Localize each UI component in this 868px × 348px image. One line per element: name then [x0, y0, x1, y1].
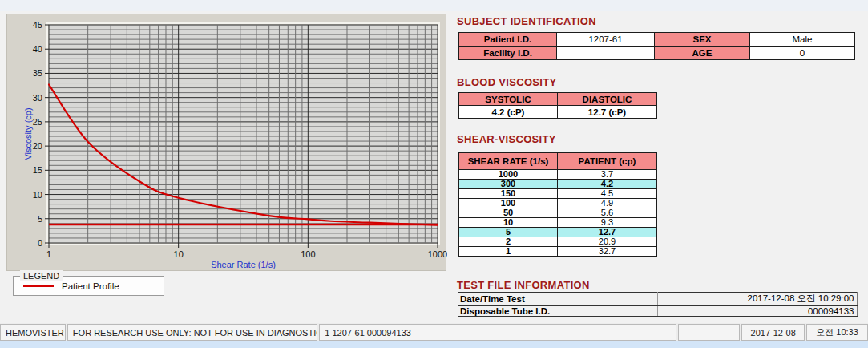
svg-text:0: 0	[38, 238, 42, 248]
svg-text:45: 45	[33, 20, 42, 30]
shear-viscosity-row: 505.6	[459, 208, 657, 218]
shear-rate-value: 150	[459, 189, 558, 199]
patient-viscosity-value: 32.7	[558, 247, 657, 257]
svg-text:35: 35	[33, 68, 42, 78]
status-test-identifiers: 1 1207-61 000094133	[319, 324, 676, 341]
shear-viscosity-row: 1004.9	[459, 199, 657, 208]
test-file-information-table: Date/Time Test 2017-12-08 오전 10:29:00 Di…	[458, 292, 858, 317]
disposable-tube-id-label: Disposable Tube I.D.	[458, 306, 657, 317]
table-row: Patient I.D. 1207-61 SEX Male	[459, 33, 855, 47]
svg-text:5: 5	[38, 214, 42, 224]
subject-identification-table: Patient I.D. 1207-61 SEX Male Facility I…	[458, 32, 855, 60]
patient-viscosity-value: 5.6	[558, 208, 657, 218]
svg-text:30: 30	[33, 93, 42, 103]
sex-value: Male	[750, 33, 855, 47]
shear-viscosity-table: SHEAR RATE (1/s) PATIENT (cp) 10003.7300…	[458, 152, 657, 257]
svg-text:10: 10	[33, 190, 42, 200]
svg-text:100: 100	[301, 249, 315, 259]
table-row: Date/Time Test 2017-12-08 오전 10:29:00	[458, 293, 857, 306]
svg-text:15: 15	[33, 165, 42, 175]
patient-viscosity-value: 20.9	[558, 237, 657, 247]
top-band	[0, 0, 868, 11]
table-row: SYSTOLIC DIASTOLIC	[459, 93, 657, 106]
shear-rate-value: 1	[459, 247, 558, 257]
facility-id-value	[557, 47, 655, 60]
systolic-value: 4.2 (cP)	[459, 106, 558, 119]
svg-text:25: 25	[33, 117, 42, 127]
shear-viscosity-row: 512.7	[459, 228, 657, 237]
age-label: AGE	[655, 47, 750, 60]
patient-viscosity-value: 4.5	[558, 189, 657, 199]
chart-legend: LEGEND Patient Profile	[13, 276, 164, 296]
bottom-strip	[0, 341, 868, 348]
svg-text:1: 1	[46, 249, 51, 259]
subject-identification-heading: SUBJECT IDENTIFICATION	[457, 15, 596, 27]
patient-id-value: 1207-61	[557, 33, 655, 47]
svg-text:Shear Rate (1/s): Shear Rate (1/s)	[211, 260, 276, 269]
status-app-name: HEMOVISTER	[0, 324, 66, 341]
diastolic-header: DIASTOLIC	[558, 93, 657, 106]
svg-text:40: 40	[33, 44, 42, 54]
patient-id-label: Patient I.D.	[459, 33, 557, 47]
status-bar: HEMOVISTER FOR RESEARCH USE ONLY: NOT FO…	[0, 323, 868, 341]
blood-viscosity-heading: BLOOD VISCOSITY	[457, 76, 556, 88]
patient-viscosity-value: 4.9	[558, 199, 657, 208]
svg-text:20: 20	[33, 141, 42, 151]
date-time-test-label: Date/Time Test	[458, 293, 657, 306]
patient-cp-header: PATIENT (cp)	[558, 153, 657, 170]
shear-rate-value: 10	[459, 218, 558, 228]
patient-viscosity-value: 4.2	[558, 180, 657, 189]
patient-viscosity-value: 12.7	[558, 228, 657, 237]
age-value: 0	[750, 47, 855, 60]
disposable-tube-id-value: 000094133	[657, 306, 857, 317]
shear-viscosity-heading: SHEAR-VISCOSITY	[457, 133, 556, 145]
diastolic-value: 12.7 (cP)	[558, 106, 657, 119]
blood-viscosity-table: SYSTOLIC DIASTOLIC 4.2 (cP) 12.7 (cP)	[458, 92, 657, 119]
red-line-sample-icon	[23, 285, 54, 287]
shear-rate-value: 50	[459, 208, 558, 218]
status-date: 2017-12-08	[741, 324, 805, 341]
shear-rate-value: 5	[459, 228, 558, 237]
viscosity-chart-panel: 0510152025303540451101001000Shear Rate (…	[6, 14, 446, 271]
date-time-test-value: 2017-12-08 오전 10:29:00	[657, 293, 857, 306]
shear-viscosity-row: 3004.2	[459, 180, 657, 189]
sex-label: SEX	[655, 33, 750, 47]
legend-title: LEGEND	[20, 270, 63, 281]
test-file-information-heading: TEST FILE INFORMATION	[457, 279, 590, 291]
table-row: Disposable Tube I.D. 000094133	[458, 306, 857, 317]
shear-viscosity-row: 1504.5	[459, 189, 657, 199]
shear-viscosity-row: 10003.7	[459, 170, 657, 180]
legend-entry-label: Patient Profile	[62, 281, 119, 291]
hemovister-report-screen: 0510152025303540451101001000Shear Rate (…	[0, 0, 868, 348]
table-header-row: SHEAR RATE (1/s) PATIENT (cp)	[459, 153, 657, 170]
shear-viscosity-row: 220.9	[459, 237, 657, 247]
patient-viscosity-value: 3.7	[558, 170, 657, 180]
status-time: 오전 10:33	[806, 324, 868, 341]
systolic-header: SYSTOLIC	[459, 93, 558, 106]
facility-id-label: Facility I.D.	[459, 47, 557, 60]
shear-viscosity-row: 132.7	[459, 247, 657, 257]
shear-rate-value: 1000	[459, 170, 558, 180]
status-empty-panel	[678, 324, 740, 341]
shear-rate-value: 100	[459, 199, 558, 208]
shear-rate-value: 2	[459, 237, 558, 247]
status-research-notice: FOR RESEARCH USE ONLY: NOT FOR USE IN DI…	[67, 324, 317, 341]
svg-text:Viscosity (cp): Viscosity (cp)	[23, 107, 33, 160]
table-row: Facility I.D. AGE 0	[459, 47, 855, 60]
patient-viscosity-value: 9.3	[558, 218, 657, 228]
shear-viscosity-chart: 0510152025303540451101001000Shear Rate (…	[7, 14, 447, 272]
svg-text:10: 10	[174, 249, 184, 259]
shear-rate-header: SHEAR RATE (1/s)	[459, 153, 558, 170]
shear-viscosity-row: 109.3	[459, 218, 657, 228]
table-row: 4.2 (cP) 12.7 (cP)	[459, 106, 657, 119]
svg-text:1000: 1000	[428, 249, 447, 259]
shear-rate-value: 300	[459, 180, 558, 189]
